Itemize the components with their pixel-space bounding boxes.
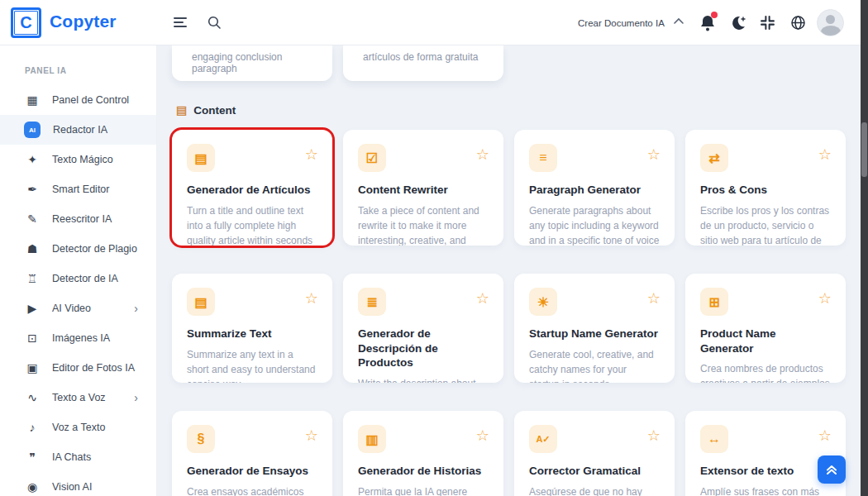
sidebar-item-label: Detector de IA xyxy=(52,273,118,284)
tool-card-pros-cons[interactable]: ⇄ ☆ Pros & Cons Escribe los pros y los c… xyxy=(685,130,846,246)
sidebar-item-texto-a-voz[interactable]: ∿ Texto a Voz › xyxy=(0,383,156,413)
sidebar-item-label: Vision AI xyxy=(52,481,92,493)
sidebar-item-redactor-ia[interactable]: AI Redactor IA xyxy=(0,115,156,145)
sidebar-item-vision-ai[interactable]: ◉ Vision AI xyxy=(0,472,156,496)
favorite-star-icon[interactable]: ☆ xyxy=(647,145,661,164)
favorite-star-icon[interactable]: ☆ xyxy=(818,145,832,164)
sidebar-item-reescritor-ia[interactable]: ✎ Reescritor IA xyxy=(0,204,156,234)
avatar-silhouette xyxy=(826,15,835,24)
sidebar-item-texto-magico[interactable]: ✦ Texto Mágico xyxy=(0,145,156,174)
tool-card-generador-de-ensayos[interactable]: § ☆ Generador de Ensayos Crea ensayos ac… xyxy=(172,411,332,496)
favorite-star-icon[interactable]: ☆ xyxy=(647,427,661,445)
pencil-icon: ✎ xyxy=(25,212,40,226)
card-title: Extensor de texto xyxy=(700,464,831,479)
favorite-star-icon[interactable]: ☆ xyxy=(305,145,318,164)
card-title: Generador de Descripción de Productos xyxy=(358,327,489,370)
brand-name[interactable]: Copyter xyxy=(50,12,117,31)
video-camera-icon: ▶ xyxy=(25,302,40,315)
card-title: Startup Name Generator xyxy=(529,327,660,341)
dashboard-icon: ▦ xyxy=(25,93,40,107)
favorite-star-icon[interactable]: ☆ xyxy=(476,289,489,308)
scrollbar-thumb[interactable] xyxy=(861,122,867,177)
card-description: Summarize any text in a short and easy t… xyxy=(187,347,317,383)
card-title: Generador de Artículos xyxy=(187,183,317,198)
sidebar-item-label: Editor de Fotos IA xyxy=(52,362,135,374)
sidebar-item-voz-a-texto[interactable]: ♪ Voz a Texto xyxy=(0,413,156,442)
favorite-star-icon[interactable]: ☆ xyxy=(305,289,318,308)
card-description: Generate paragraphs about any topic incl… xyxy=(529,203,660,246)
sidebar: PANEL IA ▦ Panel de Control AI Redactor … xyxy=(0,45,157,496)
compress-fullscreen-icon[interactable] xyxy=(761,16,775,30)
browser-scrollbar[interactable] xyxy=(861,0,868,496)
favorite-star-icon[interactable]: ☆ xyxy=(305,427,318,445)
create-document-button[interactable]: Crear Documento IA xyxy=(578,18,665,28)
logo[interactable]: C xyxy=(11,7,41,38)
card-title: Product Name Generator xyxy=(700,327,831,355)
card-title: Generador de Ensayos xyxy=(187,464,317,479)
tool-card-product-name-generator[interactable]: ⊞ ☆ Product Name Generator Crea nombres … xyxy=(685,274,846,383)
search-icon[interactable] xyxy=(207,15,222,30)
lightbulb-icon: ☀ xyxy=(529,288,557,316)
scroll-to-top-button[interactable] xyxy=(818,455,846,484)
chevron-right-icon: › xyxy=(134,391,138,404)
sidebar-item-label: Imágenes IA xyxy=(52,332,110,344)
favorite-star-icon[interactable]: ☆ xyxy=(818,289,832,308)
quill-icon: ✒ xyxy=(25,183,40,196)
sidebar-item-ai-video[interactable]: ▶ AI Video › xyxy=(0,293,156,323)
card-description: Crea ensayos académicos creativos para v… xyxy=(187,484,317,496)
card-description: Crea nombres de productos creativos a pa… xyxy=(700,361,831,383)
bank-detector-icon: ♖ xyxy=(25,272,40,285)
waveform-icon: ∿ xyxy=(25,391,40,404)
sidebar-item-label: Reescritor IA xyxy=(52,213,112,225)
card-description: Generate cool, creative, and catchy name… xyxy=(529,347,660,383)
language-globe-icon[interactable] xyxy=(790,15,806,31)
tool-card-paragraph-generator[interactable]: ≡ ☆ Paragraph Generator Generate paragra… xyxy=(514,130,675,246)
favorite-star-icon[interactable]: ☆ xyxy=(818,427,832,445)
eye-icon: ◉ xyxy=(25,480,40,494)
sidebar-item-ia-chats[interactable]: ❞ IA Chats xyxy=(0,442,156,472)
partial-card[interactable]: artículos de forma gratuita xyxy=(343,45,503,81)
card-description: Amplíe sus frases con más descripciones … xyxy=(700,484,831,496)
sidebar-item-smart-editor[interactable]: ✒ Smart Editor xyxy=(0,174,156,204)
menu-toggle-icon[interactable] xyxy=(173,15,188,30)
partial-card[interactable]: engaging conclusion paragraph xyxy=(172,45,332,81)
sidebar-item-label: Panel de Control xyxy=(52,94,129,106)
scroll-icon: ▤ xyxy=(176,103,187,117)
card-title: Paragraph Generator xyxy=(529,183,660,198)
tool-card-corrector-gramatical[interactable]: A✓ ☆ Corrector Gramatical Asegúrese de q… xyxy=(514,411,675,496)
spellcheck-icon: A✓ xyxy=(529,425,557,453)
tool-card-generador-de-descripcion-de-productos[interactable]: ≣ ☆ Generador de Descripción de Producto… xyxy=(343,274,503,383)
sidebar-item-detector-de-plagio[interactable]: ☗ Detector de Plagio xyxy=(0,234,156,264)
tool-card-content-rewriter[interactable]: ☑ ☆ Content Rewriter Take a piece of con… xyxy=(343,130,503,246)
main-content: engaging conclusion paragraph artículos … xyxy=(157,45,861,496)
card-description: Write the description about your product… xyxy=(358,376,489,383)
books-icon: ▥ xyxy=(358,425,386,453)
photo-editor-icon: ▣ xyxy=(25,361,40,374)
sidebar-item-panel-de-control[interactable]: ▦ Panel de Control xyxy=(0,85,156,115)
card-title: Summarize Text xyxy=(187,327,317,341)
sidebar-item-imagenes-ia[interactable]: ⊡ Imágenes IA xyxy=(0,323,156,353)
card-title: Generador de Historias xyxy=(358,464,489,479)
sidebar-item-editor-de-fotos-ia[interactable]: ▣ Editor de Fotos IA xyxy=(0,353,156,383)
sidebar-item-label: Texto a Voz xyxy=(52,392,106,403)
tool-card-summarize-text[interactable]: ▤ ☆ Summarize Text Summarize any text in… xyxy=(172,274,332,383)
card-description: Asegúrese de que no hay errores en su co… xyxy=(529,484,660,496)
favorite-star-icon[interactable]: ☆ xyxy=(476,145,489,164)
sidebar-item-label: IA Chats xyxy=(52,451,91,463)
card-description: Take a piece of content and rewrite it t… xyxy=(358,203,489,246)
card-description: Turn a title and outline text into a ful… xyxy=(187,203,317,246)
text-expand-icon: ↔ xyxy=(700,425,728,453)
topbar: C Copyter Crear Documento IA xyxy=(0,0,868,45)
chevron-up-icon[interactable] xyxy=(673,17,684,26)
paragraph-lines-icon: ≡ xyxy=(529,144,557,172)
tool-card-startup-name-generator[interactable]: ☀ ☆ Startup Name Generator Generate cool… xyxy=(514,274,675,383)
favorite-star-icon[interactable]: ☆ xyxy=(647,289,661,308)
sidebar-item-detector-de-ia[interactable]: ♖ Detector de IA xyxy=(0,264,156,293)
tool-card-generador-de-articulos[interactable]: ▤ ☆ Generador de Artículos Turn a title … xyxy=(172,130,332,246)
chat-bubble-icon: ❞ xyxy=(25,451,40,464)
user-avatar[interactable] xyxy=(817,9,844,36)
camera-icon: ⊡ xyxy=(25,331,40,345)
tool-card-generador-de-historias[interactable]: ▥ ☆ Generador de Historias Permita que l… xyxy=(343,411,503,496)
dark-mode-moon-icon[interactable] xyxy=(730,15,746,31)
favorite-star-icon[interactable]: ☆ xyxy=(476,427,489,445)
